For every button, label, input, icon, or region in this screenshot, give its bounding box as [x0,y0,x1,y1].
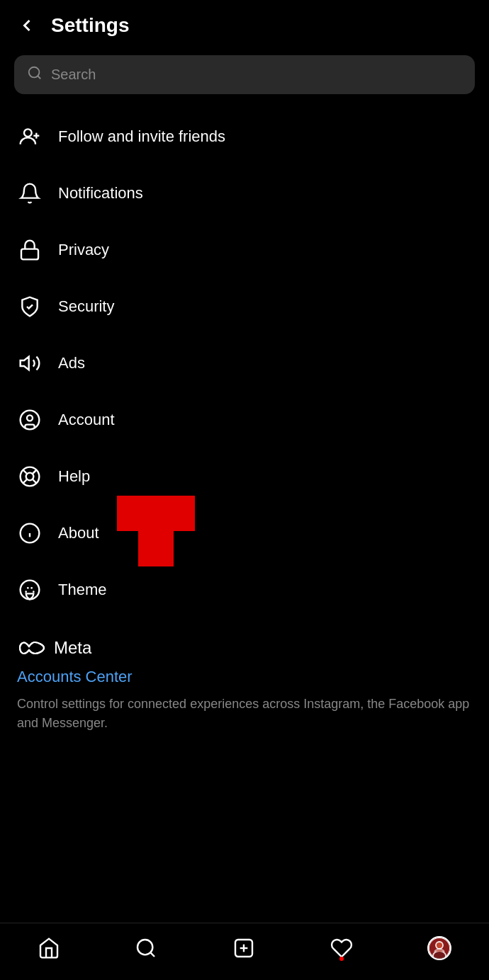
menu-item-privacy[interactable]: Privacy [0,222,489,278]
shield-check-icon [17,294,43,319]
svg-line-14 [33,471,36,474]
svg-line-27 [151,952,155,957]
nav-create-button[interactable] [224,931,264,965]
activity-dot [339,957,344,961]
meta-section: Meta Accounts Center Control settings fo… [0,618,489,744]
search-placeholder: Search [51,67,96,83]
plus-square-icon [232,937,255,959]
svg-point-21 [27,587,29,589]
nav-search-button[interactable] [126,931,166,965]
svg-point-2 [24,129,32,137]
palette-icon [17,577,43,603]
info-circle-icon [17,520,43,546]
svg-line-15 [23,479,28,484]
menu-item-theme[interactable]: Theme [0,562,489,618]
svg-point-32 [436,942,443,949]
back-button[interactable] [14,13,40,38]
lifebuoy-icon [17,464,43,489]
settings-menu: Follow and invite friends Notifications … [0,108,489,618]
svg-point-10 [26,473,34,481]
meta-description: Control settings for connected experienc… [17,695,472,733]
menu-item-ads[interactable]: Ads [0,335,489,392]
menu-item-security[interactable]: Security [0,278,489,335]
home-icon [38,937,60,959]
bottom-nav [0,923,489,980]
svg-line-12 [33,479,37,484]
header: Settings [0,0,489,45]
menu-label-security: Security [58,297,114,316]
svg-marker-6 [21,357,29,370]
menu-label-about: About [58,524,99,542]
svg-point-23 [33,591,35,593]
svg-point-19 [21,581,40,600]
menu-label-notifications: Notifications [58,184,143,203]
accounts-center-link[interactable]: Accounts Center [17,668,472,686]
page-title: Settings [51,14,129,37]
search-bar[interactable]: Search [14,55,475,94]
nav-home-button[interactable] [29,931,69,965]
svg-point-22 [30,587,33,589]
nav-activity-button[interactable] [322,931,361,965]
avatar-image [429,938,450,959]
meta-label: Meta [54,638,91,658]
menu-item-help[interactable]: Help [0,448,489,505]
menu-label-privacy: Privacy [58,241,109,259]
svg-point-7 [21,411,40,430]
svg-line-11 [23,470,28,474]
menu-item-notifications[interactable]: Notifications [0,165,489,222]
bell-icon [17,181,43,206]
menu-item-about[interactable]: About [0,505,489,562]
nav-search-icon [135,937,157,959]
lock-icon [17,237,43,263]
menu-label-theme: Theme [58,581,106,599]
person-circle-icon [17,407,43,433]
avatar [427,936,451,960]
svg-rect-5 [21,249,38,260]
megaphone-icon [17,351,43,376]
menu-item-account[interactable]: Account [0,392,489,448]
nav-profile-button[interactable] [419,930,460,966]
search-container: Search [0,45,489,108]
svg-point-8 [27,415,33,421]
add-person-icon [17,124,43,149]
svg-line-1 [38,76,40,79]
svg-point-20 [25,591,27,593]
menu-label-follow: Follow and invite friends [58,127,225,146]
svg-point-26 [137,940,152,955]
svg-point-33 [433,951,446,959]
meta-logo-row: Meta [17,638,472,658]
meta-logo-icon [17,639,47,657]
menu-label-account: Account [58,411,115,429]
menu-label-help: Help [58,467,90,486]
search-icon [27,65,43,84]
menu-item-follow[interactable]: Follow and invite friends [0,108,489,165]
svg-point-0 [29,67,40,78]
menu-label-ads: Ads [58,354,85,372]
